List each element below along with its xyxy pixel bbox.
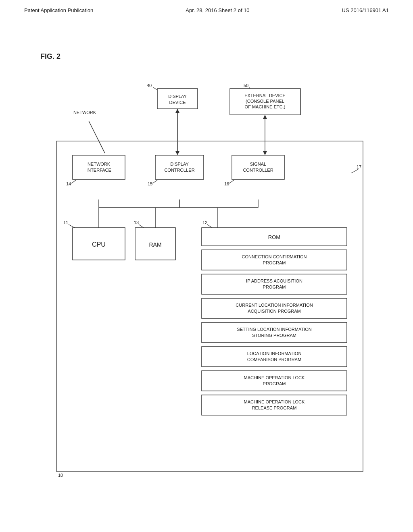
display-device-label: DISPLAY	[168, 94, 187, 99]
diagram-area: 40 DISPLAY DEVICE 50 EXTERNAL DEVICE (CO…	[32, 69, 379, 492]
ni-label1: NETWORK	[88, 162, 111, 166]
prog5-line2: COMPARISON PROGRAM	[247, 357, 301, 362]
arrow-dd-dc-up	[175, 109, 179, 113]
cpu-label: CPU	[92, 241, 106, 248]
svg-line-14	[207, 224, 212, 228]
label-14: 14	[66, 181, 71, 186]
prog4-line2: STORING PROGRAM	[252, 333, 296, 338]
svg-line-3	[71, 180, 76, 183]
label-15: 15	[148, 181, 152, 186]
prog2-line1: IP ADDRESS ACQUISITION	[246, 278, 302, 283]
label-16: 16	[224, 181, 229, 186]
rom-label: ROM	[268, 234, 280, 240]
page-header: Patent Application Publication Apr. 28, …	[0, 0, 413, 13]
svg-line-4	[152, 180, 157, 183]
label-13: 13	[134, 220, 139, 225]
prog6-line2: PROGRAM	[263, 381, 286, 386]
svg-line-13	[139, 224, 144, 228]
sc-label2: CONTROLLER	[243, 168, 273, 172]
line-net-ni	[89, 121, 105, 153]
network-label: NETWORK	[73, 110, 96, 115]
ext-dev-label2: (CONSOLE PANEL	[246, 99, 284, 104]
prog5-line1: LOCATION INFORMATION	[247, 351, 302, 356]
figure-label: FIG. 2	[40, 52, 60, 61]
svg-line-5	[229, 180, 234, 183]
sc-label1: SIGNAL	[250, 162, 266, 166]
prog3-line1: CURRENT LOCATION INFORMATION	[236, 303, 313, 308]
arrow-ed-sc-up	[263, 115, 267, 119]
label-10: 10	[58, 473, 63, 478]
header-right: US 2016/116901 A1	[342, 7, 389, 13]
prog4-line1: SETTING LOCATION INFORMATION	[237, 327, 311, 332]
svg-line-12	[69, 224, 75, 228]
arrow-ed-sc-down	[263, 151, 267, 155]
label-11: 11	[63, 220, 68, 225]
dc-label1: DISPLAY	[170, 162, 189, 166]
prog7-line2: RELEASE PROGRAM	[252, 405, 297, 410]
prog1-line2: PROGRAM	[263, 260, 286, 265]
arrow-dd-dc-down	[175, 151, 179, 155]
prog6-line1: MACHINE OPERATION LOCK	[244, 375, 305, 380]
display-device-label2: DEVICE	[169, 100, 186, 105]
header-middle: Apr. 28, 2016 Sheet 2 of 10	[186, 7, 249, 13]
ext-dev-label3: OF MACHINE ETC.)	[245, 104, 286, 109]
prog1-line1: CONNECTION CONFIRMATION	[242, 254, 307, 259]
prog2-line2: PROGRAM	[263, 285, 286, 289]
ext-dev-label1: EXTERNAL DEVICE	[244, 93, 286, 98]
node-50-label: 50	[244, 83, 248, 88]
ni-label2: INTERFACE	[86, 168, 111, 172]
label-17: 17	[357, 164, 361, 169]
ram-label: RAM	[149, 241, 161, 248]
display-device-box	[157, 89, 198, 109]
node-40-label: 40	[147, 83, 152, 88]
label-12: 12	[202, 220, 207, 225]
dc-label2: CONTROLLER	[164, 168, 194, 172]
prog3-line2: ACQUISITION PROGRAM	[248, 309, 300, 314]
prog7-line1: MACHINE OPERATION LOCK	[244, 399, 305, 404]
svg-line-2	[351, 169, 358, 173]
header-left: Patent Application Publication	[24, 7, 93, 13]
